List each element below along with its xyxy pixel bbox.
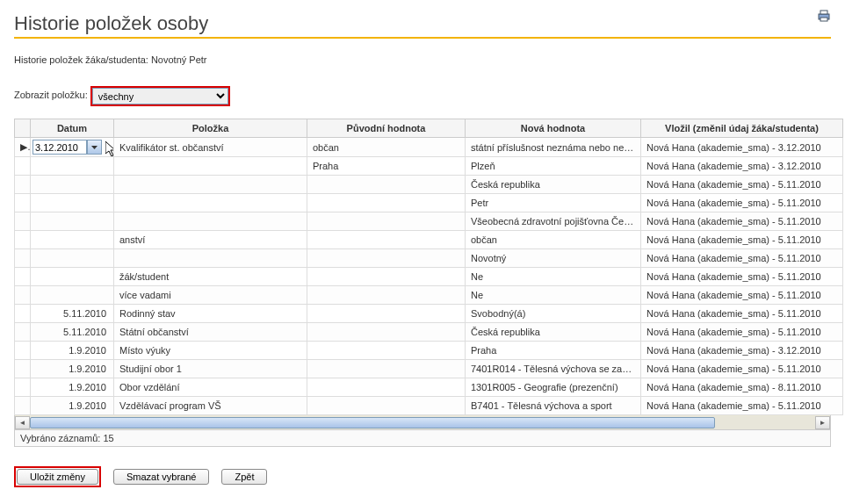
cell-old[interactable] — [307, 378, 466, 397]
cell-old[interactable] — [307, 397, 466, 415]
cell-who[interactable]: Nová Hana (akademie_sma) - 5.11.2010 — [641, 397, 843, 415]
col-new[interactable]: Nová hodnota — [466, 119, 641, 138]
cell-who[interactable]: Nová Hana (akademie_sma) - 5.11.2010 — [641, 268, 843, 286]
col-who[interactable]: Vložil (změnil údaj žáka/studenta) — [641, 119, 843, 138]
print-icon[interactable] — [817, 9, 831, 25]
cell-date[interactable] — [31, 268, 114, 286]
cell-who[interactable]: Nová Hana (akademie_sma) - 5.11.2010 — [641, 212, 843, 231]
cell-who[interactable]: Nová Hana (akademie_sma) - 8.11.2010 — [641, 378, 843, 397]
back-button[interactable]: Zpět — [221, 469, 267, 485]
cell-field[interactable]: žák/student — [114, 268, 307, 286]
cell-new[interactable]: státní příslušnost neznáma nebo neurč... — [466, 138, 641, 157]
cell-date[interactable] — [31, 194, 114, 212]
cell-old[interactable] — [307, 176, 466, 194]
cell-field[interactable]: Kvalifikátor st. občanství — [114, 138, 307, 157]
cell-date[interactable] — [31, 231, 114, 249]
scroll-left-icon[interactable]: ◄ — [15, 416, 30, 429]
cell-who[interactable]: Nová Hana (akademie_sma) - 5.11.2010 — [641, 360, 843, 378]
date-picker-button[interactable] — [87, 140, 102, 155]
cell-who[interactable]: Nová Hana (akademie_sma) - 5.11.2010 — [641, 305, 843, 323]
cell-old[interactable]: Praha — [307, 157, 466, 176]
cell-who[interactable]: Nová Hana (akademie_sma) - 5.11.2010 — [641, 323, 843, 342]
cell-old[interactable] — [307, 342, 466, 360]
table-row[interactable]: ▶<prosinec 2010>prosinec2010poútstčtpáso… — [15, 138, 843, 157]
cell-old[interactable] — [307, 194, 466, 212]
cell-new[interactable]: Ne — [466, 286, 641, 305]
cell-field[interactable]: Obor vzdělání — [114, 378, 307, 397]
table-row[interactable]: 5.11.2010Státní občanstvíČeská republika… — [15, 323, 843, 342]
cell-date[interactable] — [31, 286, 114, 305]
cell-new[interactable]: Plzeň — [466, 157, 641, 176]
cell-old[interactable] — [307, 360, 466, 378]
horizontal-scrollbar[interactable]: ◄ ► — [14, 415, 831, 430]
cell-old[interactable] — [307, 268, 466, 286]
table-row[interactable]: Česká republikaNová Hana (akademie_sma) … — [15, 176, 843, 194]
cell-who[interactable]: Nová Hana (akademie_sma) - 3.12.2010 — [641, 342, 843, 360]
cell-new[interactable]: 7401R014 - Tělesná výchova se zamě... — [466, 360, 641, 378]
cell-date[interactable]: 1.9.2010 — [31, 342, 114, 360]
cell-field[interactable] — [114, 194, 307, 212]
cell-date[interactable]: 5.11.2010 — [31, 323, 114, 342]
table-row[interactable]: více vadamiNeNová Hana (akademie_sma) - … — [15, 286, 843, 305]
cell-field[interactable] — [114, 212, 307, 231]
cell-date[interactable] — [31, 157, 114, 176]
cell-new[interactable]: Petr — [466, 194, 641, 212]
cell-new[interactable]: občan — [466, 231, 641, 249]
cell-date[interactable]: 1.9.2010 — [31, 378, 114, 397]
scroll-right-icon[interactable]: ► — [815, 416, 830, 429]
cell-date[interactable] — [31, 212, 114, 231]
cell-field[interactable] — [114, 157, 307, 176]
table-row[interactable]: Všeobecná zdravotní pojišťovna Česk...No… — [15, 212, 843, 231]
cell-new[interactable]: Svobodný(á) — [466, 305, 641, 323]
table-row[interactable]: NovotnýNová Hana (akademie_sma) - 5.11.2… — [15, 249, 843, 268]
cell-field[interactable]: Vzdělávací program VŠ — [114, 397, 307, 415]
col-old[interactable]: Původní hodnota — [307, 119, 466, 138]
cell-old[interactable] — [307, 249, 466, 268]
cell-date[interactable] — [31, 249, 114, 268]
cell-new[interactable]: Česká republika — [466, 323, 641, 342]
table-row[interactable]: 1.9.2010Vzdělávací program VŠB7401 - Těl… — [15, 397, 843, 415]
cell-old[interactable] — [307, 231, 466, 249]
cell-new[interactable]: Česká republika — [466, 176, 641, 194]
table-row[interactable]: žák/studentNeNová Hana (akademie_sma) - … — [15, 268, 843, 286]
table-row[interactable]: anstvíobčanNová Hana (akademie_sma) - 5.… — [15, 231, 843, 249]
cell-who[interactable]: Nová Hana (akademie_sma) - 5.11.2010 — [641, 176, 843, 194]
delete-button[interactable]: Smazat vybrané — [113, 469, 209, 485]
col-field[interactable]: Položka — [114, 119, 307, 138]
cell-who[interactable]: Nová Hana (akademie_sma) - 5.11.2010 — [641, 231, 843, 249]
cell-new[interactable]: Novotný — [466, 249, 641, 268]
filter-select[interactable]: všechny — [92, 88, 228, 104]
save-button[interactable]: Uložit změny — [17, 469, 98, 485]
table-row[interactable]: PetrNová Hana (akademie_sma) - 5.11.2010 — [15, 194, 843, 212]
cell-field[interactable]: anství — [114, 231, 307, 249]
cell-field[interactable] — [114, 249, 307, 268]
table-row[interactable]: PrahaPlzeňNová Hana (akademie_sma) - 3.1… — [15, 157, 843, 176]
table-row[interactable]: 5.11.2010Rodinný stavSvobodný(á)Nová Han… — [15, 305, 843, 323]
cell-field[interactable]: Studijní obor 1 — [114, 360, 307, 378]
col-date[interactable]: Datum — [31, 119, 114, 138]
cell-new[interactable]: Ne — [466, 268, 641, 286]
cell-who[interactable]: Nová Hana (akademie_sma) - 3.12.2010 — [641, 138, 843, 157]
cell-old[interactable] — [307, 323, 466, 342]
cell-date[interactable] — [31, 176, 114, 194]
cell-field[interactable]: Rodinný stav — [114, 305, 307, 323]
cell-field[interactable]: Státní občanství — [114, 323, 307, 342]
cell-who[interactable]: Nová Hana (akademie_sma) - 5.11.2010 — [641, 194, 843, 212]
cell-new[interactable]: Všeobecná zdravotní pojišťovna Česk... — [466, 212, 641, 231]
cell-field[interactable] — [114, 176, 307, 194]
cell-old[interactable] — [307, 212, 466, 231]
table-row[interactable]: 1.9.2010Místo výukyPrahaNová Hana (akade… — [15, 342, 843, 360]
cell-who[interactable]: Nová Hana (akademie_sma) - 5.11.2010 — [641, 249, 843, 268]
cell-new[interactable]: Praha — [466, 342, 641, 360]
cell-date[interactable]: 5.11.2010 — [31, 305, 114, 323]
cell-old[interactable] — [307, 305, 466, 323]
table-row[interactable]: 1.9.2010Obor vzdělání1301R005 - Geografi… — [15, 378, 843, 397]
scroll-thumb[interactable] — [30, 417, 715, 428]
cell-field[interactable]: více vadami — [114, 286, 307, 305]
cell-who[interactable]: Nová Hana (akademie_sma) - 3.12.2010 — [641, 157, 843, 176]
date-input[interactable] — [32, 140, 87, 155]
cell-old[interactable]: občan — [307, 138, 466, 157]
cell-new[interactable]: B7401 - Tělesná výchova a sport — [466, 397, 641, 415]
cell-who[interactable]: Nová Hana (akademie_sma) - 5.11.2010 — [641, 286, 843, 305]
cell-date[interactable]: 1.9.2010 — [31, 397, 114, 415]
